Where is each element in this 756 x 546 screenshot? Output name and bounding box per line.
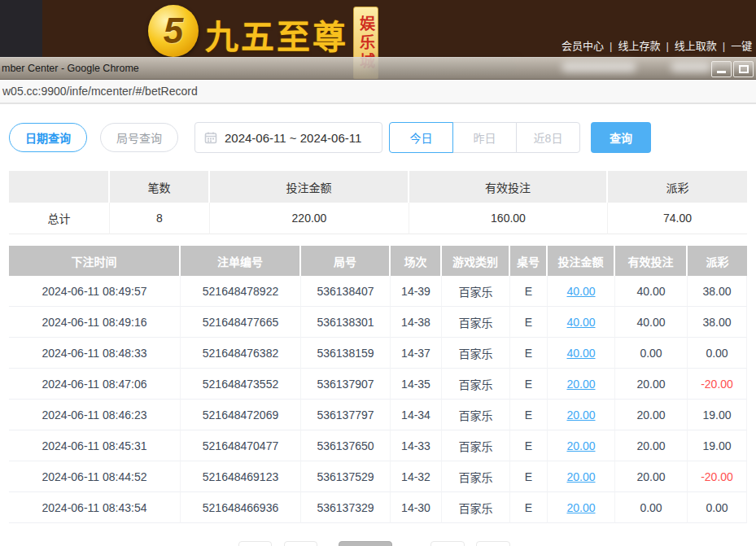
logo-number: 5 [164,11,183,51]
table-row: 2024-06-11 08:43:54521648466936536137329… [9,492,747,523]
summary-total-cell: 总计 [9,203,110,234]
table-row: 2024-06-11 08:49:57521648478922536138407… [9,276,747,307]
cell-game-type: 百家乐 [442,492,510,523]
cell-payout: 0.00 [688,492,747,523]
cell-table-number: E [510,430,548,461]
bet-amount-link[interactable]: 40.00 [566,316,595,329]
cell-table-number: E [510,276,548,307]
date-range-input[interactable]: 2024-06-11 ~ 2024-06-11 [194,122,382,153]
summary-header-cell [9,171,110,203]
pagination [0,541,756,546]
logo-95-icon: 5 [148,5,199,57]
pagination-button-3[interactable] [430,541,465,546]
window-title-bar[interactable]: mber Center - Google Chrome [0,57,756,80]
cell-round-number: 536138407 [301,276,391,307]
cell-session: 14-37 [391,338,442,369]
cell-payout: 19.00 [688,430,747,461]
cell-bet-number: 521648477665 [181,307,301,338]
pagination-button-1[interactable] [284,541,317,546]
cell-bet-number: 521648476382 [181,338,301,369]
cell-payout: 19.00 [688,400,747,430]
table-header-cell: 投注金额 [548,246,615,276]
nav-item-2[interactable]: 线上取款 [675,40,717,52]
cell-bet-time: 2024-06-11 08:46:23 [9,400,181,430]
top-nav: 会员中心|线上存款|线上取款|一键 [562,37,752,53]
date-query-tab[interactable]: 日期查询 [9,123,87,152]
bet-record-table: 下注时间注单编号局号场次游戏类别桌号投注金额有效投注派彩 2024-06-11 … [9,246,747,523]
bet-amount-link[interactable]: 20.00 [566,408,595,422]
cell-session: 14-39 [391,276,442,307]
cell-bet-number: 521648469123 [181,461,301,492]
cell-payout: 38.00 [688,307,747,338]
bet-amount-link[interactable]: 20.00 [566,439,595,452]
bet-amount-link[interactable]: 20.00 [566,378,595,391]
cell-round-number: 536137650 [301,430,391,461]
cell-payout: -20.00 [688,461,747,492]
cell-round-number: 536137907 [301,369,391,400]
cell-game-type: 百家乐 [442,400,510,430]
cell-valid-bet: 20.00 [615,430,688,461]
background-window-strip [0,0,42,57]
table-header-row: 下注时间注单编号局号场次游戏类别桌号投注金额有效投注派彩 [9,246,747,276]
table-header-cell: 有效投注 [615,246,688,276]
cell-bet-number: 521648472069 [181,400,301,430]
cell-bet-amount: 20.00 [548,400,615,430]
address-bar[interactable]: w05.cc:9900/infe/mcenter/#/betRecord [0,80,756,104]
summary-total-cell: 8 [110,203,210,234]
cell-table-number: E [510,369,548,400]
cell-game-type: 百家乐 [442,430,510,461]
cell-valid-bet: 40.00 [615,307,688,338]
bet-amount-link[interactable]: 40.00 [566,285,595,298]
cell-table-number: E [510,461,548,492]
cell-bet-time: 2024-06-11 08:48:33 [9,338,181,369]
cell-bet-number: 521648473552 [181,369,301,400]
cell-round-number: 536138159 [301,338,391,369]
table-row: 2024-06-11 08:48:33521648476382536138159… [9,338,747,369]
maximize-button[interactable] [733,61,754,77]
nav-separator: | [610,40,612,52]
table-header-cell: 局号 [301,246,391,276]
cell-table-number: E [510,338,548,369]
pagination-button-0[interactable] [238,541,272,546]
cell-round-number: 536138301 [301,307,391,338]
bet-amount-link[interactable]: 40.00 [566,347,595,360]
cell-game-type: 百家乐 [442,276,510,307]
filter-toolbar: 日期查询 局号查询 2024-06-11 ~ 2024-06-11 今日昨日近8… [9,122,747,153]
cell-bet-amount: 40.00 [548,276,615,307]
search-button[interactable]: 查询 [591,122,651,153]
nav-item-1[interactable]: 线上存款 [618,40,660,52]
table-row: 2024-06-11 08:49:16521648477665536138301… [9,307,747,338]
round-query-tab[interactable]: 局号查询 [100,123,178,152]
summary-total-cell: 74.00 [608,203,747,234]
summary-total-row: 总计8220.00160.0074.00 [9,203,747,234]
cell-table-number: E [510,400,548,430]
pagination-button-2[interactable] [339,541,392,546]
table-header-cell: 场次 [391,246,442,276]
nav-item-0[interactable]: 会员中心 [562,40,604,52]
table-header-cell: 注单编号 [181,246,301,276]
cell-valid-bet: 40.00 [615,276,688,307]
cell-bet-amount: 20.00 [548,461,615,492]
bet-amount-link[interactable]: 20.00 [566,501,595,514]
cell-payout: -20.00 [688,369,747,400]
summary-table: 笔数投注金额有效投注派彩 总计8220.00160.0074.00 [9,171,747,234]
bet-amount-link[interactable]: 20.00 [566,470,595,483]
summary-header-row: 笔数投注金额有效投注派彩 [9,171,747,203]
table-header-cell: 下注时间 [9,246,181,276]
cell-bet-time: 2024-06-11 08:45:31 [9,430,181,461]
pagination-button-4[interactable] [476,541,510,546]
cell-bet-amount: 20.00 [548,492,615,523]
calendar-icon [204,131,217,144]
nav-item-3[interactable]: 一键 [731,40,752,52]
minimize-button[interactable] [711,61,732,77]
cell-table-number: E [510,307,548,338]
summary-header-cell: 笔数 [110,171,210,203]
quick-range-0[interactable]: 今日 [389,122,453,153]
quick-range-2[interactable]: 近8日 [516,122,580,153]
nav-separator: | [666,40,668,52]
cell-bet-amount: 40.00 [548,307,615,338]
cell-payout: 38.00 [688,276,747,307]
quick-range-1[interactable]: 昨日 [452,122,517,153]
date-range-value: 2024-06-11 ~ 2024-06-11 [225,131,361,145]
table-body: 2024-06-11 08:49:57521648478922536138407… [9,276,747,523]
